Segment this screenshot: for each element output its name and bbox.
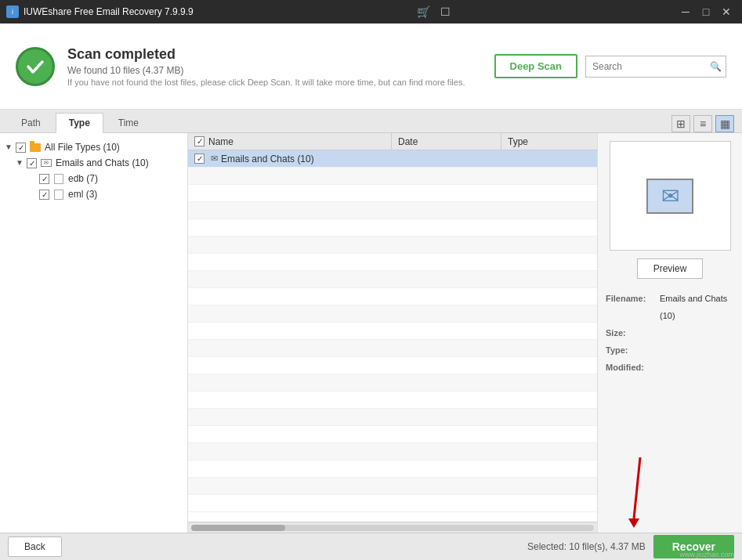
filename-value: Emails and Chats (10) [660, 290, 734, 324]
table-row[interactable] [188, 271, 597, 288]
tree-label-eml: eml (3) [68, 189, 97, 200]
row-checkbox[interactable] [194, 154, 205, 164]
file-name-cell: ✉ Emails and Chats (10) [188, 154, 392, 164]
found-files-text: We found 10 files (4.37 MB) [67, 65, 482, 76]
scan-completed-title: Scan completed [67, 46, 482, 63]
header-section: Scan completed We found 10 files (4.37 M… [0, 23, 742, 110]
file-list-header: Name Date Type [188, 133, 597, 150]
tree-label-emails-chats: Emails and Chats (10) [56, 157, 149, 168]
tab-bar: Path Type Time ⊞ ≡ ▦ [0, 110, 742, 133]
table-row[interactable] [188, 168, 597, 185]
column-header-name[interactable]: Name [188, 133, 392, 150]
checkbox-all-file-types[interactable] [16, 143, 26, 153]
table-row[interactable] [188, 237, 597, 254]
tab-path[interactable]: Path [8, 113, 54, 132]
watermark: www.jiuzhao.com [679, 551, 734, 558]
tree-label-edb: edb (7) [68, 173, 98, 184]
list-view-button[interactable]: ≡ [693, 115, 712, 132]
type-label: Type: [606, 341, 657, 359]
view-mode-controls: ⊞ ≡ ▦ [671, 115, 734, 132]
checkbox-emails-chats[interactable] [27, 158, 37, 168]
table-row[interactable] [188, 323, 597, 340]
info-row-filename: Filename: Emails and Chats (10) [606, 290, 734, 324]
scan-hint-text: If you have not found the lost files, pl… [67, 78, 482, 87]
table-row[interactable] [188, 357, 597, 374]
titlebar-left: i IUWEshare Free Email Recovery 7.9.9.9 [6, 5, 194, 18]
table-row[interactable] [188, 495, 597, 512]
select-all-checkbox[interactable] [194, 136, 205, 146]
table-row[interactable] [188, 340, 597, 357]
success-icon [16, 47, 55, 86]
table-row[interactable] [188, 478, 597, 495]
back-button[interactable]: Back [8, 537, 62, 557]
tree-item-emails-chats[interactable]: ▼ ✉ Emails and Chats (10) [0, 155, 187, 171]
search-box: 🔍 [585, 56, 726, 78]
table-row[interactable] [188, 426, 597, 443]
table-row[interactable] [188, 202, 597, 219]
file-info: Filename: Emails and Chats (10) Size: Ty… [606, 290, 734, 376]
close-button[interactable]: ✕ [717, 4, 736, 20]
status-bar: Back Selected: 10 file(s), 4.37 MB Recov… [0, 533, 742, 560]
modified-label: Modified: [606, 359, 657, 376]
column-header-date[interactable]: Date [392, 133, 501, 150]
right-panel: Name Date Type ✉ Emails and Chats (10) [188, 133, 742, 533]
app-icon: i [6, 5, 19, 18]
file-list-body[interactable]: ✉ Emails and Chats (10) [188, 150, 597, 522]
table-row[interactable] [188, 254, 597, 271]
file-list: Name Date Type ✉ Emails and Chats (10) [188, 133, 597, 533]
maximize-button[interactable]: □ [697, 4, 715, 20]
header-actions: Deep Scan 🔍 [494, 54, 726, 78]
file-tree-panel: ▼ All File Types (10) ▼ ✉ Emails and Cha… [0, 133, 188, 533]
table-row[interactable] [188, 374, 597, 392]
tree-item-edb[interactable]: ▶ edb (7) [0, 171, 187, 186]
deep-scan-button[interactable]: Deep Scan [494, 54, 577, 78]
header-text: Scan completed We found 10 files (4.37 M… [67, 46, 482, 87]
column-header-type[interactable]: Type [501, 133, 580, 150]
expand-icon-emails[interactable]: ▼ [16, 158, 25, 168]
table-row[interactable] [188, 288, 597, 305]
table-row[interactable] [188, 185, 597, 202]
tree-item-eml[interactable]: ▶ eml (3) [0, 186, 187, 202]
tree-item-all-file-types[interactable]: ▼ All File Types (10) [0, 139, 187, 155]
table-row[interactable] [188, 461, 597, 478]
filename-label: Filename: [606, 290, 657, 324]
minimize-button[interactable]: ─ [676, 4, 695, 20]
checkbox-edb[interactable] [39, 174, 49, 184]
table-row[interactable] [188, 443, 597, 461]
preview-email-icon [646, 179, 693, 214]
info-row-type: Type: [606, 341, 734, 359]
titlebar-extras: 🛒 ☐ [416, 4, 454, 20]
titlebar: i IUWEshare Free Email Recovery 7.9.9.9 … [0, 0, 742, 23]
tree-label-all-file-types: All File Types (10) [45, 142, 120, 153]
checkbox-eml[interactable] [39, 190, 49, 200]
tab-type[interactable]: Type [56, 113, 103, 133]
expand-icon[interactable]: ▼ [5, 143, 14, 152]
preview-panel: Preview Filename: Emails and Chats (10) … [597, 133, 742, 533]
horizontal-scrollbar[interactable] [188, 522, 597, 533]
shop-button[interactable]: 🛒 [416, 4, 432, 20]
scrollbar-track [191, 525, 594, 531]
main-content: ▼ All File Types (10) ▼ ✉ Emails and Cha… [0, 133, 742, 533]
file-name-text: Emails and Chats (10) [221, 154, 314, 164]
search-input[interactable] [592, 61, 710, 72]
info-row-size: Size: [606, 324, 734, 341]
email-folder-icon: ✉ [40, 158, 52, 168]
file-icon-edb [52, 174, 65, 183]
help-button[interactable]: ☐ [438, 4, 454, 20]
detail-view-button[interactable]: ▦ [715, 115, 734, 132]
grid-view-button[interactable]: ⊞ [671, 115, 690, 132]
table-row[interactable]: ✉ Emails and Chats (10) [188, 150, 597, 168]
selected-files-status: Selected: 10 file(s), 4.37 MB [527, 541, 646, 552]
size-label: Size: [606, 324, 657, 341]
info-row-modified: Modified: [606, 359, 734, 376]
tab-time[interactable]: Time [105, 113, 152, 132]
scrollbar-thumb[interactable] [191, 525, 285, 531]
table-row[interactable] [188, 305, 597, 323]
window-controls: ─ □ ✕ [676, 4, 736, 20]
table-row[interactable] [188, 409, 597, 426]
folder-icon [29, 143, 42, 152]
table-row[interactable] [188, 392, 597, 409]
table-row[interactable] [188, 219, 597, 237]
preview-box [610, 141, 731, 251]
preview-button[interactable]: Preview [637, 258, 704, 279]
